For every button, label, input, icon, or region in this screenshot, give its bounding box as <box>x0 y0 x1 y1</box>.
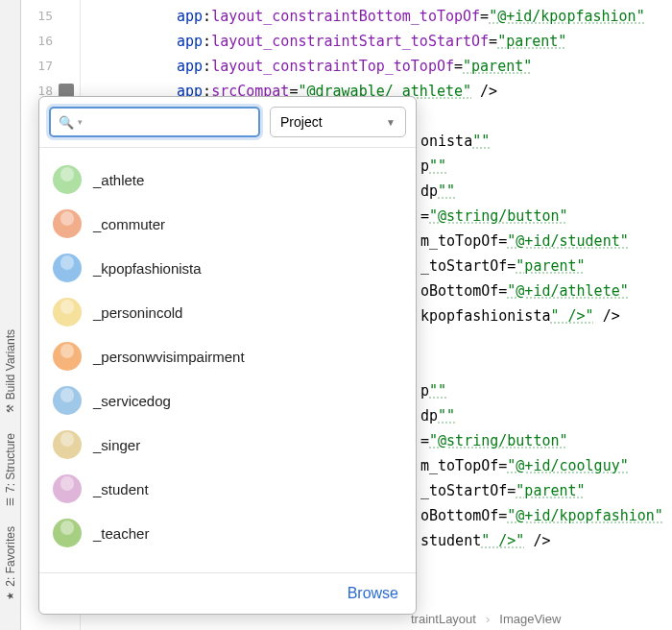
module-select[interactable]: Project ▼ <box>270 107 406 137</box>
list-item[interactable]: _teacher <box>39 511 416 555</box>
drawable-icon <box>53 519 82 547</box>
list-item-label: _servicedog <box>93 393 171 409</box>
list-item[interactable]: _athlete <box>39 158 416 202</box>
list-item-label: _student <box>93 481 149 497</box>
line-number: 15 <box>21 4 80 29</box>
browse-link[interactable]: Browse <box>348 585 398 601</box>
drawable-icon <box>53 430 82 459</box>
list-item[interactable]: _kpopfashionista <box>39 246 416 290</box>
tool-build-variants[interactable]: ⚒ Build Variants <box>0 320 20 424</box>
list-item-label: _commuter <box>93 216 165 232</box>
list-item[interactable]: _student <box>39 467 416 511</box>
code-line[interactable]: app:layout_constraintTop_toTopOf="parent… <box>177 54 672 79</box>
tool-favorites[interactable]: ★ 2: Favorites <box>0 517 20 611</box>
list-item[interactable]: _commuter <box>39 202 416 246</box>
drawable-icon <box>53 209 82 238</box>
tool-structure[interactable]: ☰ 7: Structure <box>0 424 20 517</box>
drawable-icon <box>53 342 82 371</box>
search-input[interactable]: 🔍 ▾ <box>49 107 260 137</box>
line-number: 17 <box>21 54 80 79</box>
list-item[interactable]: _singer <box>39 423 416 467</box>
combo-label: Project <box>280 114 323 130</box>
list-item[interactable]: _personwvisimpairment <box>39 334 416 378</box>
chevron-right-icon: › <box>486 612 490 626</box>
list-item[interactable]: _servicedog <box>39 378 416 423</box>
popup-header: 🔍 ▾ Project ▼ <box>39 97 416 147</box>
list-item[interactable]: _personincold <box>39 290 416 334</box>
chevron-down-icon: ▼ <box>386 117 396 128</box>
list-item-label: _kpopfashionista <box>93 260 202 277</box>
tool-label: 7: Structure <box>4 433 17 493</box>
drawable-icon <box>53 254 82 282</box>
code-line[interactable]: app:layout_constraintStart_toStartOf="pa… <box>177 29 672 54</box>
list-item-label: _personwvisimpairment <box>93 349 245 365</box>
search-field[interactable] <box>83 114 251 130</box>
list-item-label: _personincold <box>93 304 182 321</box>
resource-list[interactable]: _athlete_commuter_kpopfashionista_person… <box>39 148 416 572</box>
hammer-icon: ⚒ <box>5 404 15 413</box>
drawable-icon <box>53 474 82 503</box>
search-icon: 🔍 <box>59 115 74 130</box>
tool-label: Build Variants <box>4 329 17 400</box>
side-toolbar: ⚒ Build Variants ☰ 7: Structure ★ 2: Fav… <box>0 0 21 630</box>
star-icon: ★ <box>5 592 15 600</box>
drawable-icon <box>53 165 82 194</box>
structure-icon: ☰ <box>5 497 15 506</box>
drawable-icon <box>53 386 82 415</box>
tool-label: 2: Favorites <box>4 526 17 587</box>
breadcrumb[interactable]: traintLayout › ImageView <box>411 612 561 626</box>
breadcrumb-item[interactable]: traintLayout <box>411 612 476 626</box>
list-item-label: _athlete <box>93 172 144 188</box>
resource-picker-popup: 🔍 ▾ Project ▼ _athlete_commuter_kpopfash… <box>38 96 417 615</box>
code-line[interactable]: app:layout_constraintBottom_toTopOf="@+i… <box>177 4 672 29</box>
line-number: 16 <box>21 29 80 54</box>
list-item-label: _teacher <box>93 525 149 542</box>
list-item-label: _singer <box>93 437 140 453</box>
popup-footer: Browse <box>39 572 416 614</box>
drawable-icon <box>53 298 82 327</box>
breadcrumb-item[interactable]: ImageView <box>499 612 561 626</box>
